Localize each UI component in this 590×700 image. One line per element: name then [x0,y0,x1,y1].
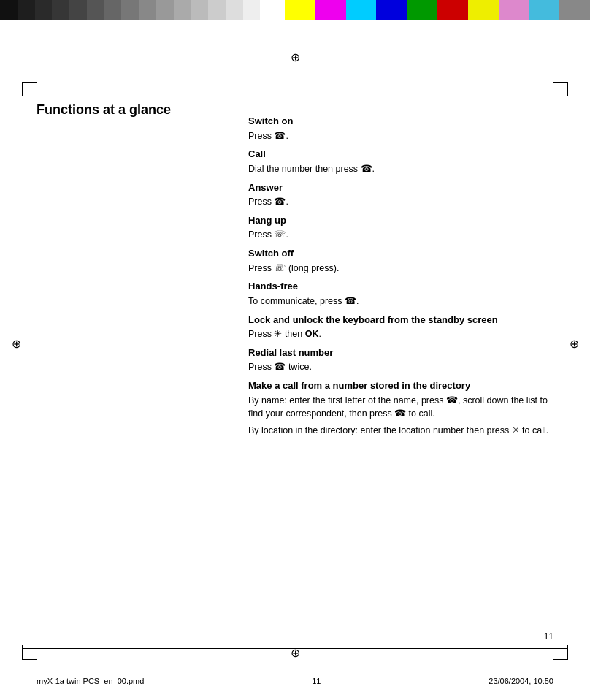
page-number: 11 [544,631,553,642]
section-redial: Redial last number Press ☎ twice. [248,346,553,374]
corner-mark-tr [553,82,568,96]
section-hands-free: Hands-free To communicate, press ☎. [248,279,553,308]
left-color-bar [0,0,277,20]
footer: myX-1a twin PCS_en_00.pmd 11 23/06/2004,… [37,677,553,685]
section-call: Call Dial the number then press ☎. [248,147,553,175]
section-answer: Answer Press ☎. [248,180,553,209]
crosshair-top [288,50,302,64]
footer-center: 11 [312,677,321,685]
content-right: Switch on Press ☎. Call Dial the number … [248,114,553,438]
section-header-redial: Redial last number [248,346,553,360]
crosshair-left [9,336,23,351]
section-header-hang-up: Hang up [248,213,553,228]
section-header-hands-free: Hands-free [248,279,553,294]
section-body-switch-off: Press ☏ (long press). [248,262,553,275]
section-body-switch-on: Press ☎. [248,129,553,143]
footer-right: 23/06/2004, 10:50 [489,677,553,685]
section-body-lock-keyboard: Press ✳ then OK. [248,327,553,341]
section-body-hang-up: Press ☏. [248,228,553,242]
corner-mark-bl [22,645,37,660]
section-switch-off: Switch off Press ☏ (long press). [248,246,553,275]
corner-mark-tl [22,82,37,96]
section-header-lock-keyboard: Lock and unlock the keyboard from the st… [248,313,553,327]
section-body-answer: Press ☎. [248,195,553,209]
section-directory-call: Make a call from a number stored in the … [248,378,553,438]
footer-left: myX-1a twin PCS_en_00.pmd [37,677,144,685]
page-border-bottom [22,648,568,649]
section-header-switch-off: Switch off [248,246,553,261]
crosshair-right [567,336,581,351]
section-hang-up: Hang up Press ☏. [248,213,553,242]
crosshair-bottom [288,645,302,660]
section-header-answer: Answer [248,180,553,195]
section-body-directory-call-1: By name: enter the first letter of the n… [248,394,553,422]
section-body-call: Dial the number then press ☎. [248,162,553,176]
section-body-hands-free: To communicate, press ☎. [248,294,553,308]
section-header-call: Call [248,147,553,161]
section-lock-keyboard: Lock and unlock the keyboard from the st… [248,313,553,341]
section-body-redial: Press ☎ twice. [248,360,553,374]
main-content: Functions at a glance Switch on Press ☎.… [37,102,553,442]
section-body-directory-call-2: By location in the directory: enter the … [248,424,553,438]
right-color-bar [285,0,590,20]
section-switch-on: Switch on Press ☎. [248,114,553,142]
section-header-directory-call: Make a call from a number stored in the … [248,378,553,393]
page-border-top [22,94,568,94]
corner-mark-br [553,645,568,660]
section-header-switch-on: Switch on [248,114,553,129]
